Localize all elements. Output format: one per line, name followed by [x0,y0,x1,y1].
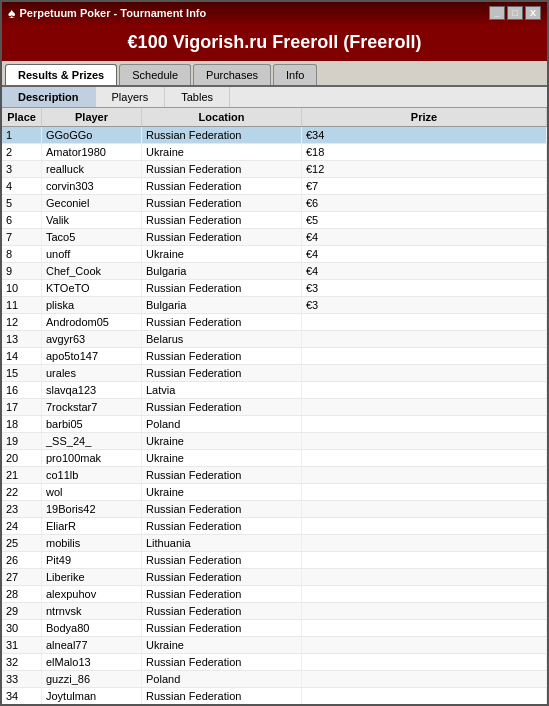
table-row[interactable]: 34JoytulmanRussian Federation [2,688,547,704]
cell-location: Russian Federation [142,280,302,296]
table-row[interactable]: 15uralesRussian Federation [2,365,547,382]
table-row[interactable]: 13avgyr63Belarus [2,331,547,348]
cell-place: 17 [2,399,42,415]
players-table-container: Place Player Location Prize 1GGoGGoRussi… [2,108,547,704]
cell-location: Russian Federation [142,501,302,517]
tab-results-prizes[interactable]: Results & Prizes [5,64,117,85]
cell-player: Amator1980 [42,144,142,160]
cell-place: 23 [2,501,42,517]
col-header-player: Player [42,108,142,126]
cell-place: 3 [2,161,42,177]
cell-prize [302,535,547,551]
cell-location: Russian Federation [142,518,302,534]
table-row[interactable]: 2319Boris42Russian Federation [2,501,547,518]
minimize-button[interactable]: _ [489,6,505,20]
cell-player: Taco5 [42,229,142,245]
cell-location: Russian Federation [142,603,302,619]
cell-location: Russian Federation [142,569,302,585]
cell-player: Pit49 [42,552,142,568]
tab-info[interactable]: Info [273,64,317,85]
table-row[interactable]: 11pliskaBulgaria€3 [2,297,547,314]
cell-location: Russian Federation [142,620,302,636]
close-button[interactable]: X [525,6,541,20]
cell-place: 26 [2,552,42,568]
cell-place: 31 [2,637,42,653]
table-row[interactable]: 33guzzi_86Poland [2,671,547,688]
table-row[interactable]: 12Androdom05Russian Federation [2,314,547,331]
cell-place: 19 [2,433,42,449]
cell-location: Latvia [142,382,302,398]
cell-player: Androdom05 [42,314,142,330]
table-row[interactable]: 19_SS_24_Ukraine [2,433,547,450]
sub-tab-tables[interactable]: Tables [165,87,230,107]
table-header: Place Player Location Prize [2,108,547,127]
table-row[interactable]: 24EliarRRussian Federation [2,518,547,535]
cell-prize: €7 [302,178,547,194]
table-row[interactable]: 9Chef_CookBulgaria€4 [2,263,547,280]
cell-prize [302,399,547,415]
cell-location: Russian Federation [142,195,302,211]
tab-schedule[interactable]: Schedule [119,64,191,85]
cell-place: 18 [2,416,42,432]
cell-prize [302,450,547,466]
cell-place: 9 [2,263,42,279]
table-row[interactable]: 20pro100makUkraine [2,450,547,467]
cell-place: 1 [2,127,42,143]
cell-location: Russian Federation [142,688,302,704]
cell-prize [302,348,547,364]
cell-player: 19Boris42 [42,501,142,517]
table-row[interactable]: 10KTOeTORussian Federation€3 [2,280,547,297]
cell-location: Russian Federation [142,365,302,381]
cell-prize [302,569,547,585]
table-row[interactable]: 16slavqa123Latvia [2,382,547,399]
table-row[interactable]: 7Taco5Russian Federation€4 [2,229,547,246]
table-row[interactable]: 4corvin303Russian Federation€7 [2,178,547,195]
table-row[interactable]: 14apo5to147Russian Federation [2,348,547,365]
table-row[interactable]: 25mobilisLithuania [2,535,547,552]
table-row[interactable]: 177rockstar7Russian Federation [2,399,547,416]
table-row[interactable]: 3realluckRussian Federation€12 [2,161,547,178]
table-row[interactable]: 28alexpuhovRussian Federation [2,586,547,603]
cell-place: 28 [2,586,42,602]
table-row[interactable]: 1GGoGGoRussian Federation€34 [2,127,547,144]
table-row[interactable]: 29ntrnvskRussian Federation [2,603,547,620]
table-row[interactable]: 21co11lbRussian Federation [2,467,547,484]
cell-prize: €12 [302,161,547,177]
cell-place: 10 [2,280,42,296]
cell-prize [302,484,547,500]
cell-prize: €4 [302,246,547,262]
table-row[interactable]: 32elMalo13Russian Federation [2,654,547,671]
cell-player: 7rockstar7 [42,399,142,415]
maximize-button[interactable]: □ [507,6,523,20]
cell-place: 16 [2,382,42,398]
table-row[interactable]: 27LiberikeRussian Federation [2,569,547,586]
cell-location: Russian Federation [142,467,302,483]
cell-player: realluck [42,161,142,177]
cell-location: Russian Federation [142,127,302,143]
table-body[interactable]: 1GGoGGoRussian Federation€342Amator1980U… [2,127,547,704]
cell-place: 4 [2,178,42,194]
table-row[interactable]: 30Bodya80Russian Federation [2,620,547,637]
cell-location: Ukraine [142,484,302,500]
table-row[interactable]: 26Pit49Russian Federation [2,552,547,569]
cell-place: 25 [2,535,42,551]
table-row[interactable]: 6ValikRussian Federation€5 [2,212,547,229]
cell-player: Chef_Cook [42,263,142,279]
title-bar: ♠ Perpetuum Poker - Tournament Info _ □ … [2,2,547,24]
cell-prize [302,518,547,534]
sub-tab-players[interactable]: Players [96,87,166,107]
table-row[interactable]: 5GeconielRussian Federation€6 [2,195,547,212]
cell-place: 13 [2,331,42,347]
cell-player: KTOeTO [42,280,142,296]
table-row[interactable]: 18barbi05Poland [2,416,547,433]
table-row[interactable]: 2Amator1980Ukraine€18 [2,144,547,161]
cell-location: Ukraine [142,144,302,160]
table-row[interactable]: 8unoffUkraine€4 [2,246,547,263]
table-row[interactable]: 22wolUkraine [2,484,547,501]
tab-purchases[interactable]: Purchases [193,64,271,85]
sub-tab-description[interactable]: Description [2,87,96,107]
tournament-title-text: €100 Vigorish.ru Freeroll (Freeroll) [128,32,422,52]
table-row[interactable]: 31alneal77Ukraine [2,637,547,654]
cell-location: Russian Federation [142,178,302,194]
cell-location: Russian Federation [142,348,302,364]
